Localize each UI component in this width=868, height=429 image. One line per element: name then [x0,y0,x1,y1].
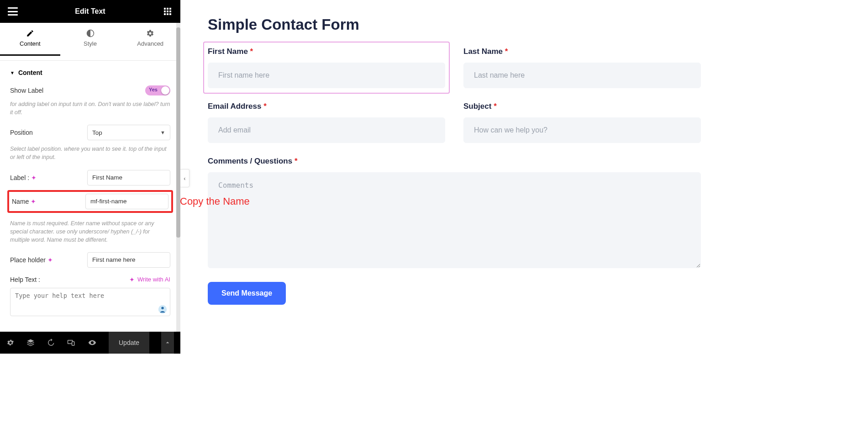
placeholder-input[interactable] [87,252,170,268]
subject-label: Subject * [463,102,701,111]
name-field-label: Name ✦ [12,198,36,205]
update-button[interactable]: Update [109,332,149,354]
preview-icon[interactable] [88,338,97,347]
name-input[interactable] [85,194,168,209]
tab-advanced[interactable]: Advanced [120,23,180,60]
gear-icon [146,29,154,37]
write-with-ai-link[interactable]: ✦Write with AI [129,276,170,283]
first-name-label: First Name * [208,47,445,56]
tab-style[interactable]: Style [60,23,121,60]
show-label-toggle[interactable]: Yes [145,85,170,95]
hamburger-icon[interactable] [6,5,19,18]
panel-header: Edit Text [0,0,180,23]
contrast-icon [86,29,95,37]
panel-title: Edit Text [19,7,161,16]
tab-content-label: Content [20,40,41,47]
sparkle-icon[interactable]: ✦ [31,198,36,205]
history-icon[interactable] [47,338,55,347]
panel-bottom-bar: Update [0,332,180,354]
field-first-name[interactable]: First Name * [203,42,450,94]
send-message-button[interactable]: Send Message [208,282,286,305]
comments-label: Comments / Questions * [208,157,701,166]
first-name-input[interactable] [208,63,445,88]
editor-panel: Edit Text Content Style Advanced ▼ [0,0,180,354]
preview-canvas: Simple Contact Form First Name * Last Na… [180,0,868,354]
field-email[interactable]: Email Address * [208,102,445,143]
show-label-label: Show Label [10,87,43,94]
email-input[interactable] [208,117,445,143]
position-select[interactable]: Top ▼ [87,125,170,140]
svg-point-2 [161,307,164,309]
chevron-down-icon: ▼ [160,130,165,135]
panel-tabs: Content Style Advanced [0,23,180,61]
svg-rect-4 [72,342,74,345]
sparkle-icon[interactable]: ✦ [31,174,37,181]
subject-input[interactable] [463,117,701,143]
sparkle-icon: ✦ [129,276,135,283]
sparkle-icon[interactable]: ✦ [47,256,53,264]
name-field-highlight: Name ✦ [7,190,173,213]
assistant-icon[interactable] [158,304,168,316]
helptext-label: Help Text : [10,276,40,283]
field-comments[interactable]: Comments / Questions * [208,157,701,270]
last-name-input[interactable] [463,63,701,88]
placeholder-field-label: Place holder ✦ [10,256,53,264]
name-help: Name is must required. Enter name withou… [10,219,170,244]
section-heading[interactable]: ▼ Content [10,69,170,76]
annotation-copy-the-name: Copy the Name [180,196,250,207]
tab-advanced-label: Advanced [137,40,163,47]
layers-icon[interactable] [26,338,35,347]
position-help: Select label position. where you want to… [10,145,170,161]
panel-collapse-handle[interactable]: ‹ [180,169,189,187]
settings-icon[interactable] [6,338,15,347]
helptext-textarea[interactable] [10,288,170,316]
email-label: Email Address * [208,102,445,111]
form-title: Simple Contact Form [208,16,841,33]
last-name-label: Last Name * [463,47,701,56]
caret-down-icon: ▼ [10,70,15,75]
comments-textarea[interactable] [208,172,701,268]
label-input[interactable] [87,170,170,185]
panel-scroll[interactable]: ▼ Content Show Label Yes for adding labe… [0,61,180,354]
pencil-icon [26,29,34,37]
position-label: Position [10,129,33,136]
scrollbar-thumb[interactable] [176,27,180,238]
responsive-icon[interactable] [67,338,76,347]
field-subject[interactable]: Subject * [463,102,701,143]
tab-content[interactable]: Content [0,23,60,60]
field-last-name[interactable]: Last Name * [463,47,701,88]
apps-grid-icon[interactable] [161,5,174,18]
tab-style-label: Style [84,40,97,47]
show-label-help: for adding label on input turn it on. Do… [10,100,170,117]
label-field-label: Label : ✦ [10,174,37,181]
collapse-up-icon[interactable] [161,332,174,354]
